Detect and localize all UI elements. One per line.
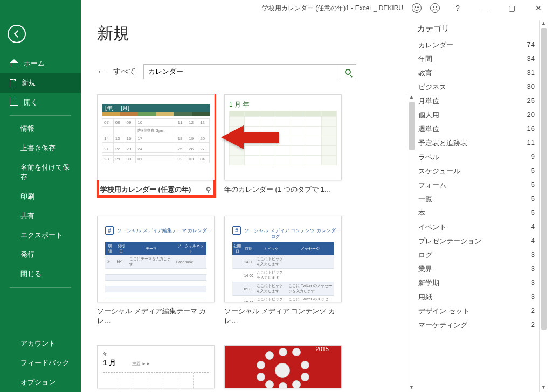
category-row[interactable]: ログ3 [415, 248, 539, 262]
category-row[interactable]: カレンダー74 [415, 38, 539, 52]
folder-open-icon [10, 99, 18, 106]
nav-open-label: 開く [24, 97, 38, 107]
nav-publish[interactable]: 発行 [0, 245, 81, 264]
category-count: 2 [531, 306, 535, 316]
category-count: 30 [527, 82, 535, 92]
nav-open[interactable]: 開く [0, 93, 81, 112]
search-button[interactable] [340, 65, 356, 79]
category-label: ログ [418, 250, 432, 260]
search-icon [345, 69, 351, 75]
category-label: 一覧 [418, 194, 432, 204]
nav-info[interactable]: 情報 [0, 119, 81, 138]
category-row[interactable]: スケジュール5 [415, 164, 539, 178]
template-tile-partial[interactable]: 年 1 月 主題 ►► [97, 345, 215, 388]
user-name: _ DEKIRU [374, 4, 403, 12]
scroll-down-button[interactable]: ▼ [408, 384, 416, 392]
category-label: 用紙 [418, 292, 432, 302]
close-window-button[interactable]: ✕ [529, 2, 548, 14]
scroll-down-button[interactable]: ▼ [540, 384, 548, 392]
nav-options[interactable]: オプション [0, 373, 81, 392]
category-row[interactable]: マーケティング2 [415, 318, 539, 332]
back-button[interactable] [8, 25, 26, 43]
category-count: 74 [527, 40, 535, 50]
category-label: 個人用 [418, 110, 439, 120]
category-count: 3 [531, 292, 535, 302]
template-tile-social-content[interactable]: #ソーシャル メディア コンテンツ カレンダー ログ 公開日時刻トピックメッセー… [224, 216, 342, 326]
gallery-scrollbar[interactable]: ▲ ▼ [408, 94, 415, 392]
scroll-up-button[interactable]: ▲ [540, 20, 548, 28]
nav-save[interactable]: 上書き保存 [0, 138, 81, 158]
main-area: 学校用カレンダー (任意の年)1 - Excel _ DEKIRU ? — ▢ … [81, 0, 552, 392]
nav-home[interactable]: ホーム [0, 54, 81, 73]
template-tile-partial-red[interactable]: 2015 [224, 345, 342, 388]
category-label: 週単位 [418, 124, 439, 134]
category-row[interactable]: 業界3 [415, 262, 539, 276]
template-title: 年のカレンダー (1 つのタブで 1… [224, 185, 332, 194]
category-row[interactable]: 新学期3 [415, 276, 539, 290]
help-button[interactable]: ? [448, 2, 467, 14]
nav-close[interactable]: 閉じる [0, 264, 81, 284]
category-row[interactable]: 一覧5 [415, 192, 539, 206]
page-title: 新規 [97, 23, 415, 45]
category-count: 2 [531, 320, 535, 330]
nav-saveas[interactable]: 名前を付けて保存 [0, 158, 81, 187]
category-count: 31 [527, 68, 535, 78]
category-row[interactable]: 予定表と追跡表11 [415, 136, 539, 150]
scroll-thumb[interactable] [541, 28, 547, 330]
category-row[interactable]: 週単位16 [415, 122, 539, 136]
category-row[interactable]: 年間34 [415, 52, 539, 66]
search-input[interactable] [144, 68, 340, 76]
category-row[interactable]: デザイン セット2 [415, 304, 539, 318]
category-label: カレンダー [418, 40, 453, 50]
category-row[interactable]: ビジネス30 [415, 80, 539, 94]
template-tile-year-calendar[interactable]: 1 月 年 [224, 94, 342, 197]
template-tile-social-theme[interactable]: #ソーシャル メディア編集テーマ カレンダー 期間発行日テーマソーシャルネット … [97, 216, 215, 326]
categories-title: カテゴリ [415, 20, 539, 38]
template-title: 学校用カレンダー (任意の年) [100, 185, 191, 194]
divider [10, 287, 71, 288]
nav-account[interactable]: アカウント [0, 334, 81, 353]
titlebar: 学校用カレンダー (任意の年)1 - Excel _ DEKIRU ? — ▢ … [81, 0, 552, 16]
category-row[interactable]: ラベル9 [415, 150, 539, 164]
category-row[interactable]: 月単位25 [415, 94, 539, 108]
search-back-button[interactable]: ← [97, 67, 106, 76]
feedback-sad-icon[interactable] [430, 3, 440, 13]
category-row[interactable]: フォーム5 [415, 178, 539, 192]
nav-export[interactable]: エクスポート [0, 226, 81, 245]
categories-scrollbar[interactable]: ▲ ▼ [539, 20, 548, 392]
category-row[interactable]: 本5 [415, 206, 539, 220]
pin-icon[interactable]: ⚲ [206, 186, 211, 194]
scroll-track[interactable] [408, 102, 416, 384]
category-label: 業界 [418, 264, 432, 274]
scroll-up-button[interactable]: ▲ [408, 94, 416, 102]
feedback-happy-icon[interactable] [412, 3, 422, 13]
nav-new-label: 新規 [22, 78, 36, 88]
scroll-thumb[interactable] [409, 102, 415, 150]
nav-new[interactable]: 新規 [0, 73, 81, 93]
category-label: 年間 [418, 54, 432, 64]
category-count: 34 [527, 54, 535, 64]
backstage-sidebar: ホーム 新規 開く 情報 上書き保存 名前を付けて保存 印刷 共有 エクスポート… [0, 0, 81, 392]
nav-share[interactable]: 共有 [0, 206, 81, 226]
category-row[interactable]: イベント4 [415, 220, 539, 234]
maximize-button[interactable]: ▢ [502, 2, 521, 14]
nav-print[interactable]: 印刷 [0, 187, 81, 206]
category-row[interactable]: プレゼンテーション4 [415, 234, 539, 248]
category-row[interactable]: 教育31 [415, 66, 539, 80]
category-count: 4 [531, 236, 535, 246]
minimize-button[interactable]: — [475, 2, 494, 14]
scroll-track[interactable] [540, 28, 548, 384]
category-row[interactable]: 個人用20 [415, 108, 539, 122]
nav-feedback[interactable]: フィードバック [0, 353, 81, 373]
template-thumbnail: 2015 [224, 345, 342, 388]
category-row[interactable]: 用紙3 [415, 290, 539, 304]
home-icon [10, 59, 18, 68]
category-count: 4 [531, 222, 535, 232]
category-count: 25 [527, 96, 535, 106]
template-tile-school-calendar[interactable]: [年][月] 07080910111213内科検査 3pm14151617181… [97, 94, 215, 197]
divider [10, 115, 71, 116]
category-count: 9 [531, 152, 535, 162]
category-count: 5 [531, 180, 535, 190]
category-label: ラベル [418, 152, 439, 162]
breadcrumb[interactable]: すべて [113, 67, 136, 76]
